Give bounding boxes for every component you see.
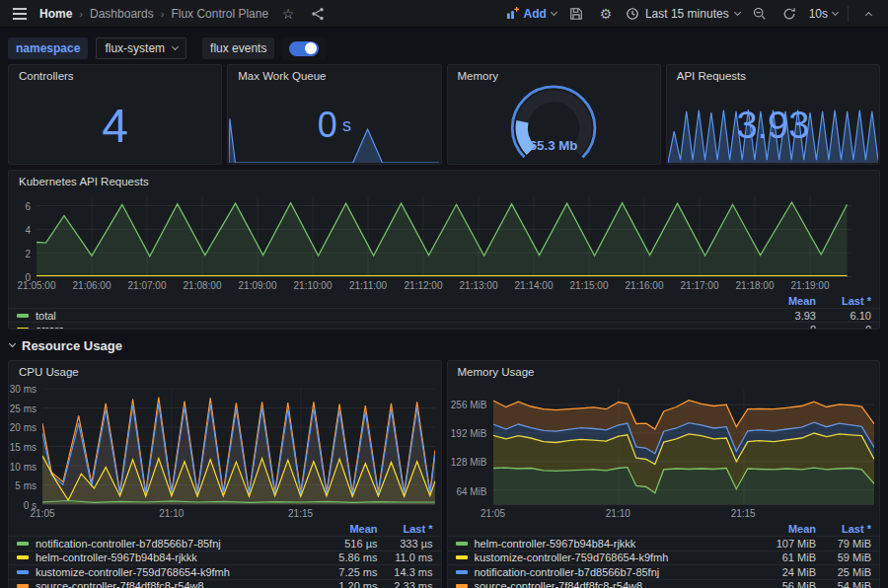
breadcrumb-separator: › [161, 8, 165, 20]
refresh-interval-label: 10s [809, 7, 828, 21]
legend-mean-header[interactable]: Mean [315, 523, 378, 535]
memory-gauge-panel: Memory 65.3 Mb [447, 64, 661, 165]
x-axis-tick: 21:11:00 [349, 280, 387, 291]
panel-title[interactable]: Kubernetes API Requests [9, 171, 879, 192]
legend-header: Mean Last * [9, 294, 879, 308]
x-axis-tick: 21:05:00 [18, 280, 56, 291]
series-color-swatch [17, 314, 29, 318]
legend-mean-header[interactable]: Mean [753, 295, 816, 307]
resource-usage-row: CPU Usage 0 s5 ms10 ms15 ms20 ms25 ms30 … [8, 360, 880, 588]
series-mean-value: 1.20 ms [315, 580, 378, 588]
y-axis-tick: 6 [25, 200, 31, 211]
namespace-variable-value: flux-system [105, 41, 165, 55]
toggle-knob [305, 42, 317, 54]
legend-last-header[interactable]: Last * [816, 523, 871, 535]
save-dashboard-icon[interactable] [566, 4, 586, 24]
legend-row[interactable]: notification-controller-b7d8566b7-85fnj … [448, 564, 880, 579]
legend-row[interactable]: errors 0 0 [9, 322, 879, 330]
y-axis-tick: 5 ms [15, 480, 37, 491]
legend-row[interactable]: source-controller-7f84df8fc8-r54w8 56 Mi… [448, 579, 880, 588]
dashboard-settings-gear-icon[interactable]: ⚙ [596, 4, 616, 24]
kubernetes-api-requests-panel: Kubernetes API Requests 0246 21:05:0021:… [8, 170, 880, 330]
controllers-panel: Controllers 4 [8, 64, 222, 165]
menu-hamburger-icon[interactable] [10, 4, 30, 24]
panel-title[interactable]: CPU Usage [9, 361, 441, 383]
k8s-api-requests-plot[interactable] [37, 196, 851, 277]
legend-row[interactable]: helm-controller-5967b94b84-rjkkk 107 MiB… [448, 536, 880, 551]
series-label: kustomize-controller-759d768654-k9fmh [36, 566, 315, 578]
y-axis-tick: 30 ms [10, 384, 37, 395]
legend-header: Mean Last * [448, 522, 880, 536]
cpu-usage-plot[interactable] [42, 389, 435, 505]
series-color-swatch [456, 584, 468, 588]
panel-title[interactable]: Controllers [9, 65, 221, 87]
series-last-value: 25 MiB [816, 566, 871, 578]
series-color-swatch [456, 542, 468, 546]
star-icon[interactable]: ☆ [278, 4, 298, 24]
memory-usage-plot[interactable] [493, 389, 874, 505]
series-color-swatch [17, 542, 29, 546]
max-work-queue-panel: Max Work Queue 0 s [227, 64, 441, 165]
series-mean-value: 7.25 ms [315, 566, 378, 578]
add-label: Add [524, 7, 547, 21]
series-label: source-controller-7f84df8fc8-r54w8 [36, 580, 315, 588]
series-mean-value: 3.93 [753, 310, 816, 322]
series-mean-value: 61 MiB [753, 551, 816, 563]
breadcrumb: Home › Dashboards › Flux Control Plane [39, 7, 268, 21]
toolbar-divider [848, 6, 849, 22]
add-panel-button[interactable]: Add [506, 7, 556, 21]
legend-row[interactable]: helm-controller-5967b94b84-rjkkk 5.86 ms… [9, 551, 441, 565]
legend-last-header[interactable]: Last * [816, 295, 871, 307]
breadcrumb-current[interactable]: Flux Control Plane [171, 7, 268, 21]
series-label: notification-controller-b7d8566b7-85fnj [475, 566, 754, 578]
legend-row[interactable]: kustomize-controller-759d768654-k9fmh 61… [448, 551, 880, 565]
x-axis-tick: 21:19:00 [791, 280, 830, 291]
flux-events-toggle[interactable] [289, 41, 319, 56]
breadcrumb-dashboards[interactable]: Dashboards [90, 7, 154, 21]
resource-usage-section-header[interactable]: Resource Usage [8, 332, 880, 358]
chevron-down-icon [734, 8, 741, 15]
chevron-down-icon [551, 8, 557, 15]
series-last-value: 14.3 ms [378, 566, 433, 578]
legend-row[interactable]: source-controller-7f84df8fc8-r54w8 1.20 … [9, 579, 441, 588]
series-mean-value: 5.86 ms [315, 551, 378, 563]
refresh-interval-dropdown[interactable]: 10s [809, 7, 838, 21]
legend-row[interactable]: total 3.93 6.10 [9, 308, 879, 322]
series-label: total [36, 310, 753, 322]
namespace-variable-dropdown[interactable]: flux-system [96, 37, 186, 59]
series-mean-value: 24 MiB [753, 566, 816, 578]
x-axis-tick: 21:15:00 [570, 280, 609, 291]
breadcrumb-home[interactable]: Home [39, 7, 72, 21]
zoom-out-time-icon[interactable] [750, 4, 770, 24]
flux-events-label: flux events [202, 37, 274, 59]
x-axis-tick: 21:05 [481, 508, 505, 519]
top-navbar: Home › Dashboards › Flux Control Plane ☆… [0, 0, 888, 28]
legend-last-header[interactable]: Last * [378, 523, 433, 535]
series-label: notification-controller-b7d8566b7-85fnj [36, 538, 315, 550]
collapse-toolbar-chevron-up-icon[interactable] [858, 4, 878, 24]
series-label: kustomize-controller-759d768654-k9fmh [475, 551, 754, 563]
series-last-value: 333 µs [378, 538, 433, 550]
refresh-icon[interactable] [779, 4, 799, 24]
series-last-value: 2.33 ms [378, 580, 433, 588]
panel-title[interactable]: Memory [448, 65, 660, 87]
panel-title[interactable]: Max Work Queue [228, 65, 440, 87]
chevron-down-icon [832, 8, 839, 15]
section-collapse-chevron-icon [9, 340, 16, 347]
share-icon[interactable] [308, 4, 328, 24]
series-label: errors [36, 324, 753, 331]
panel-title[interactable]: Memory Usage [448, 361, 880, 383]
legend-row[interactable]: notification-controller-b7d8566b7-85fnj … [9, 536, 441, 551]
namespace-variable-label: namespace [8, 37, 88, 59]
memory-gauge-value: 65.3 Mb [530, 138, 578, 153]
time-range-picker[interactable]: Last 15 minutes [626, 7, 740, 21]
legend-mean-header[interactable]: Mean [753, 523, 816, 535]
api-requests-panel: API Requests 3.93 [666, 64, 880, 165]
y-axis-tick: 2 [25, 248, 31, 258]
legend-row[interactable]: kustomize-controller-759d768654-k9fmh 7.… [9, 564, 441, 579]
x-axis-tick: 21:10:00 [294, 280, 333, 291]
series-color-swatch [17, 570, 29, 574]
grafana-dashboard: Home › Dashboards › Flux Control Plane ☆… [0, 0, 888, 588]
chevron-down-icon [172, 43, 179, 50]
panel-title[interactable]: API Requests [667, 65, 879, 87]
